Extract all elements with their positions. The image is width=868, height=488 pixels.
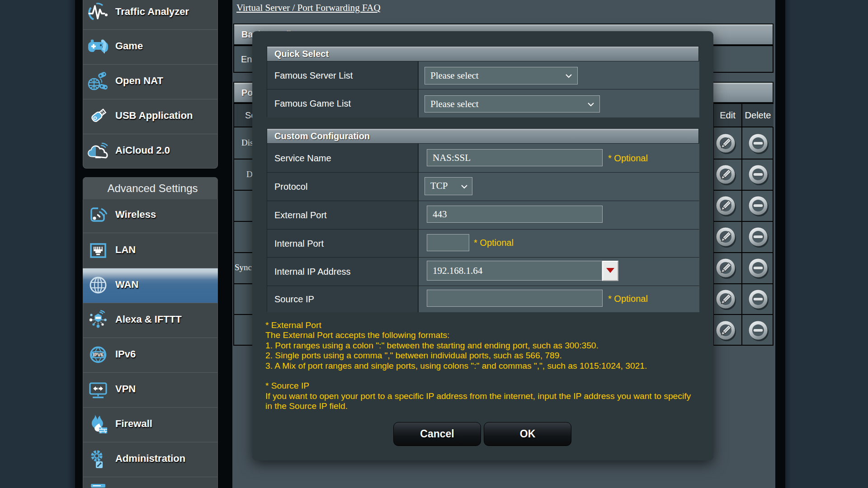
svg-text:IPV6: IPV6 [93, 352, 104, 357]
